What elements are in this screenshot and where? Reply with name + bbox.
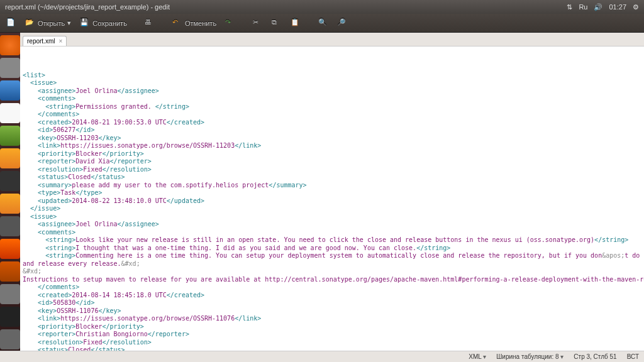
dash-icon[interactable] bbox=[0, 35, 20, 55]
code-line: <key>OSSRH-11076</key> bbox=[23, 307, 644, 315]
code-line: <id>506277</id> bbox=[23, 126, 644, 134]
print-button[interactable]: 🖶 bbox=[142, 17, 157, 30]
files-icon[interactable] bbox=[0, 58, 20, 78]
copy-icon: ⧉ bbox=[272, 18, 282, 28]
find-button[interactable]: 🔍 bbox=[316, 17, 331, 30]
code-line: </comments> bbox=[23, 111, 644, 119]
ubuntu-one-icon[interactable] bbox=[0, 261, 20, 282]
search-icon: 🔍 bbox=[318, 18, 328, 28]
code-line: <string>Permissions granted. </string> bbox=[23, 103, 644, 111]
code-line: <string>Commenting here is a one time th… bbox=[23, 252, 644, 260]
gedit-icon[interactable] bbox=[0, 329, 20, 349]
code-line: <created>2014-08-21 19:00:53.0 UTC</crea… bbox=[23, 119, 644, 127]
code-line: <reporter>Christian Bongiorno</reporter> bbox=[23, 331, 644, 339]
writer-icon[interactable] bbox=[0, 103, 20, 123]
code-line: <resolution>Fixed</resolution> bbox=[23, 166, 644, 174]
cut-button[interactable]: ✂ bbox=[250, 17, 265, 30]
devices-icon[interactable] bbox=[0, 284, 20, 304]
code-line: <comments> bbox=[23, 95, 644, 103]
code-line: <id>505830</id> bbox=[23, 299, 644, 307]
tab-report[interactable]: report.xml × bbox=[23, 36, 67, 46]
code-line: <issue> bbox=[23, 79, 644, 87]
toolbar: 📄 📂Открыть ▾ 💾Сохранить 🖶 ↶Отменить ↷ ✂ … bbox=[0, 14, 644, 33]
code-line: <status>Closed</status> bbox=[23, 346, 644, 351]
undo-button[interactable]: ↶Отменить bbox=[170, 17, 219, 30]
code-line: <string>Looks like your new release is s… bbox=[23, 236, 644, 244]
gear-icon[interactable]: ⚙ bbox=[633, 0, 639, 14]
save-icon: 💾 bbox=[80, 18, 90, 28]
code-line: <string>I thought that was a one-time th… bbox=[23, 244, 644, 253]
file-icon: 📄 bbox=[6, 18, 16, 28]
code-line: <comments> bbox=[23, 229, 644, 237]
cursor-position: Стр 3, Стлб 51 bbox=[574, 353, 616, 360]
network-icon[interactable]: ⇅ bbox=[567, 0, 572, 14]
tab-label: report.xml bbox=[27, 38, 55, 45]
code-line: <assignee>Joel Orlina</assignee> bbox=[23, 221, 644, 229]
terminal-icon[interactable] bbox=[0, 307, 20, 327]
code-line: <link>https://issues.sonatype.org/browse… bbox=[23, 142, 644, 150]
code-line: <issue> bbox=[23, 213, 644, 221]
lang-selector[interactable]: XML bbox=[469, 353, 486, 360]
editor-area[interactable]: <list> <issue> <assignee>Joel Orlina</as… bbox=[20, 47, 644, 351]
copy-button[interactable]: ⧉ bbox=[269, 17, 284, 30]
code-line: <status>Closed</status> bbox=[23, 173, 644, 182]
redo-icon: ↷ bbox=[225, 18, 235, 28]
sound-icon[interactable]: 🔊 bbox=[594, 0, 602, 14]
code-line: <priority>Blocker</priority> bbox=[23, 150, 644, 158]
open-button[interactable]: 📂Открыть ▾ bbox=[23, 17, 74, 30]
tab-bar: report.xml × bbox=[20, 33, 644, 47]
paste-button[interactable]: 📋 bbox=[288, 17, 303, 30]
replace-icon: 🔎 bbox=[337, 18, 347, 28]
cut-icon: ✂ bbox=[253, 18, 263, 28]
paste-icon: 📋 bbox=[291, 18, 301, 28]
keyboard-indicator[interactable]: Ru bbox=[579, 0, 587, 14]
code-line: <created>2014-08-14 18:45:18.0 UTC</crea… bbox=[23, 292, 644, 300]
status-bar: XML Ширина табуляции: 8 Стр 3, Стлб 51 В… bbox=[0, 351, 644, 362]
close-icon[interactable]: × bbox=[58, 38, 62, 45]
code-line: <link>https://issues.sonatype.org/browse… bbox=[23, 315, 644, 323]
code-line: <list> bbox=[23, 72, 644, 80]
code-line: <key>OSSRH-11203</key> bbox=[23, 134, 644, 143]
redo-button[interactable]: ↷ bbox=[223, 17, 238, 30]
code-line: and release every release.&#xd; bbox=[23, 260, 644, 268]
settings-icon[interactable] bbox=[0, 216, 20, 236]
vlc-icon[interactable] bbox=[0, 239, 20, 259]
undo-icon: ↶ bbox=[172, 18, 182, 28]
window-titlebar: report.xml (~/dev/projects/jira_report_e… bbox=[0, 0, 644, 14]
replace-button[interactable]: 🔎 bbox=[335, 17, 350, 30]
code-line: Instructions to setup maven to release f… bbox=[23, 276, 644, 284]
calc-icon[interactable] bbox=[0, 126, 20, 146]
amazon-icon[interactable] bbox=[0, 194, 20, 214]
code-line: <assignee>Joel Orlina</assignee> bbox=[23, 87, 644, 96]
firefox-icon[interactable] bbox=[0, 80, 20, 101]
print-icon: 🖶 bbox=[145, 18, 155, 28]
code-line: </comments> bbox=[23, 283, 644, 292]
code-line: <updated>2014-08-22 13:48:10.0 UTC</upda… bbox=[23, 197, 644, 206]
new-button[interactable]: 📄 bbox=[4, 17, 19, 30]
code-line: <summary>please add my user to the com.s… bbox=[23, 182, 644, 190]
tabwidth-selector[interactable]: Ширина табуляции: 8 bbox=[496, 353, 564, 360]
code-line: <reporter>David Xia</reporter> bbox=[23, 158, 644, 166]
unity-launcher bbox=[0, 33, 20, 351]
window-title: report.xml (~/dev/projects/jira_report_e… bbox=[5, 0, 170, 14]
software-icon[interactable] bbox=[0, 171, 20, 191]
impress-icon[interactable] bbox=[0, 148, 20, 168]
code-line: <resolution>Fixed</resolution> bbox=[23, 339, 644, 347]
code-line: <type>Task</type> bbox=[23, 189, 644, 197]
folder-icon: 📂 bbox=[25, 18, 35, 28]
system-tray: ⇅ Ru 🔊 01:27 ⚙ bbox=[567, 0, 639, 14]
code-line: </issue> bbox=[23, 205, 644, 213]
save-button[interactable]: 💾Сохранить bbox=[77, 17, 130, 30]
clock[interactable]: 01:27 bbox=[609, 0, 626, 14]
code-line: <priority>Blocker</priority> bbox=[23, 323, 644, 331]
code-line: &#xd; bbox=[23, 268, 644, 276]
insert-mode[interactable]: ВСТ bbox=[627, 353, 639, 360]
